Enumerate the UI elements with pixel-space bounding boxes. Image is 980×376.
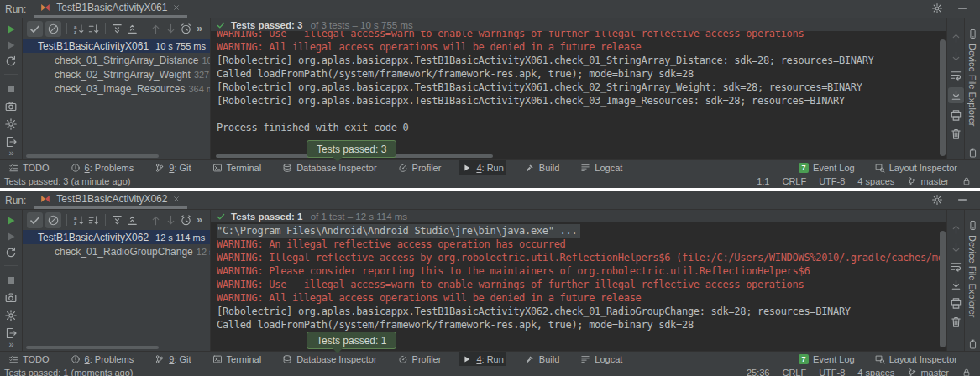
line-separator[interactable]: CRLF: [782, 176, 806, 186]
expand-all-icon[interactable]: [111, 214, 123, 227]
indent-setting[interactable]: 4 spaces: [857, 368, 894, 376]
tree-row-test[interactable]: check_02_StringArray_Weight 327 ms: [23, 67, 210, 81]
line-separator[interactable]: CRLF: [782, 368, 806, 376]
apply-changes-icon[interactable]: [4, 309, 18, 322]
next-occurrence-icon[interactable]: [165, 214, 177, 227]
sort-by-duration-icon[interactable]: [87, 214, 100, 227]
clear-console-icon[interactable]: [950, 128, 962, 140]
next-occurrence-icon[interactable]: [165, 23, 177, 35]
stop-icon[interactable]: [4, 82, 18, 96]
statusbar-tab-build[interactable]: Build: [522, 160, 562, 175]
statusbar-tab-database-inspector[interactable]: Database Inspector: [280, 352, 379, 367]
statusbar-tab-logcat[interactable]: Logcat: [578, 160, 625, 175]
rerun-icon[interactable]: [4, 23, 18, 36]
tree-horizontal-scrollbar[interactable]: [26, 154, 159, 158]
rerun-failed-tests-icon[interactable]: [4, 230, 18, 243]
scroll-to-end-toggle[interactable]: [948, 87, 964, 103]
statusbar-tab-database-inspector[interactable]: Database Inspector: [280, 160, 379, 175]
test-history-icon[interactable]: [180, 23, 192, 35]
collapse-all-icon[interactable]: [126, 23, 139, 35]
statusbar-tab-todo[interactable]: TODO: [6, 352, 52, 367]
statusbar-tab-logcat[interactable]: Logcat: [578, 352, 625, 367]
exit-icon[interactable]: [4, 135, 18, 149]
soft-wrap-icon[interactable]: [950, 260, 962, 273]
scroll-to-end-icon[interactable]: [950, 279, 962, 291]
statusbar-tab-run[interactable]: 4: Run: [459, 352, 506, 367]
caret-position[interactable]: 1:1: [757, 176, 769, 186]
close-icon[interactable]: [172, 3, 181, 12]
tree-row-test[interactable]: check_03_Image_Resources 364 ms: [23, 81, 210, 96]
lock-icon[interactable]: [962, 368, 972, 376]
stop-icon[interactable]: [4, 274, 18, 287]
tree-row-test[interactable]: check_01_RadioGroupChange 12 s 114 ms: [23, 244, 210, 258]
statusbar-tab-git[interactable]: 9: Git: [152, 352, 193, 367]
layout-inspector-button[interactable]: Layout Inspector: [873, 160, 960, 175]
test-history-icon[interactable]: [180, 214, 192, 227]
down-stacktrace-icon[interactable]: [950, 50, 962, 63]
expand-all-icon[interactable]: [111, 23, 123, 35]
statusbar-tab-run[interactable]: 4: Run: [459, 160, 506, 175]
console-vertical-scrollbar[interactable]: [940, 231, 946, 347]
close-icon[interactable]: [172, 195, 181, 203]
show-passed-toggle[interactable]: [27, 212, 43, 228]
clear-console-icon[interactable]: [950, 316, 962, 328]
print-icon[interactable]: [950, 109, 962, 122]
rerun-failed-tests-icon[interactable]: [4, 39, 18, 52]
sort-alphabetically-icon[interactable]: [72, 214, 85, 227]
event-log-button[interactable]: 7Event Log: [796, 352, 857, 367]
sort-by-duration-icon[interactable]: [87, 23, 100, 35]
tree-row-root[interactable]: TestB1BasicActivityX062 (org.aplas.t 12 …: [23, 230, 210, 244]
screen-capture-icon[interactable]: [4, 291, 18, 305]
tree-row-test[interactable]: check_01_StringArray_Distance 10 s 64 ms: [23, 53, 210, 67]
tool-stripe-device-file-explorer[interactable]: Device File Explorer: [967, 220, 978, 317]
lock-icon[interactable]: [962, 176, 972, 186]
exit-icon[interactable]: [4, 326, 18, 340]
minimize-icon[interactable]: [956, 194, 968, 206]
tree-horizontal-scrollbar[interactable]: [26, 346, 159, 349]
statusbar-tab-build[interactable]: Build: [522, 352, 562, 367]
previous-occurrence-icon[interactable]: [149, 214, 162, 227]
tool-stripe-device-file-explorer[interactable]: Device File Explorer: [967, 29, 978, 126]
show-passed-toggle[interactable]: [27, 21, 43, 37]
print-icon[interactable]: [950, 297, 962, 310]
run-tab[interactable]: TestB1BasicActivityX061: [34, 0, 187, 18]
file-encoding[interactable]: UTF-8: [819, 176, 845, 186]
git-branch-widget[interactable]: master: [907, 368, 949, 376]
more-icon[interactable]: »: [0, 148, 23, 158]
more-icon[interactable]: »: [197, 214, 206, 226]
statusbar-tab-profiler[interactable]: Profiler: [396, 160, 444, 175]
more-icon[interactable]: »: [197, 23, 206, 34]
event-log-button[interactable]: 7Event Log: [796, 160, 857, 175]
statusbar-tab-terminal[interactable]: Terminal: [210, 160, 265, 175]
auto-test-icon[interactable]: [4, 55, 18, 68]
up-stacktrace-icon[interactable]: [950, 32, 962, 44]
show-ignored-toggle[interactable]: [45, 212, 61, 228]
statusbar-tab-terminal[interactable]: Terminal: [210, 352, 265, 367]
sort-alphabetically-icon[interactable]: [72, 23, 85, 35]
collapse-all-icon[interactable]: [126, 214, 139, 227]
up-stacktrace-icon[interactable]: [950, 223, 962, 236]
minimize-icon[interactable]: [956, 3, 968, 14]
apply-changes-icon[interactable]: [4, 118, 18, 131]
run-tab[interactable]: TestB1BasicActivityX062: [34, 191, 187, 209]
auto-test-icon[interactable]: [4, 246, 18, 259]
layout-inspector-button[interactable]: Layout Inspector: [873, 352, 960, 367]
more-icon[interactable]: »: [0, 339, 23, 349]
statusbar-tab-git[interactable]: 9: Git: [152, 160, 193, 175]
statusbar-tab-problems[interactable]: 6: Problems: [68, 160, 137, 175]
git-branch-widget[interactable]: master: [907, 176, 949, 186]
down-stacktrace-icon[interactable]: [950, 242, 962, 254]
indent-setting[interactable]: 4 spaces: [857, 176, 894, 186]
caret-position[interactable]: 25:36: [747, 368, 770, 376]
statusbar-tab-todo[interactable]: TODO: [6, 160, 52, 175]
rerun-icon[interactable]: [4, 214, 18, 227]
screen-capture-icon[interactable]: [4, 100, 18, 113]
show-ignored-toggle[interactable]: [45, 21, 61, 37]
tree-row-root[interactable]: TestB1BasicActivityX061 (org.aplas.t 10 …: [23, 39, 210, 53]
gear-icon[interactable]: [931, 194, 943, 206]
statusbar-tab-profiler[interactable]: Profiler: [396, 352, 444, 367]
soft-wrap-icon[interactable]: [950, 69, 962, 81]
console-vertical-scrollbar[interactable]: [940, 39, 946, 156]
gear-icon[interactable]: [931, 3, 943, 14]
statusbar-tab-problems[interactable]: 6: Problems: [68, 352, 137, 367]
